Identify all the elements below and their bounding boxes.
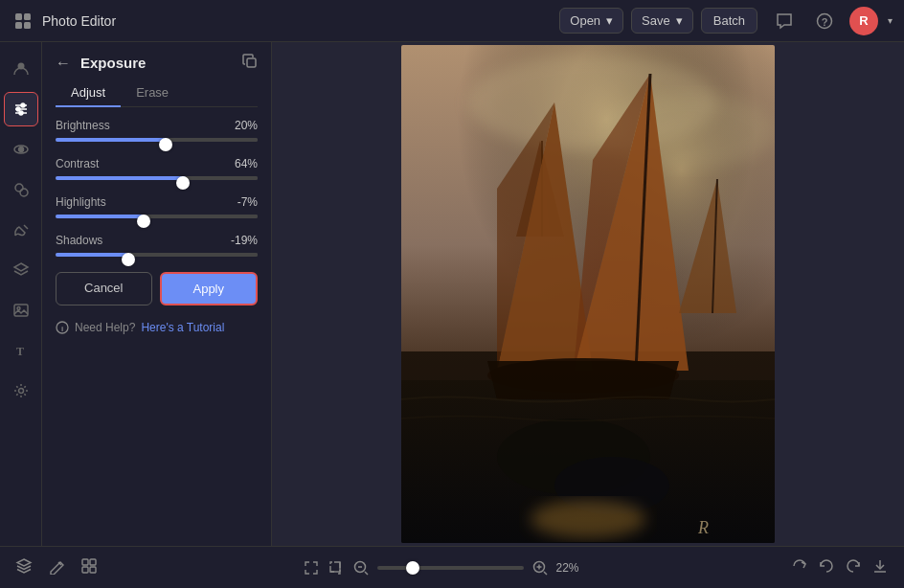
panel-copy-icon[interactable] [242,54,258,72]
redo-icon[interactable] [845,557,862,578]
topbar-right: ? R ▾ [769,6,893,36]
svg-point-10 [16,107,20,111]
nav-layers-icon[interactable] [4,253,38,287]
canvas-area: R [272,42,904,546]
shadows-label: Shadows [56,234,102,247]
svg-text:T: T [16,345,24,358]
left-nav: T [0,42,42,546]
svg-rect-19 [14,305,28,316]
help-text: Need Help? [75,321,135,334]
svg-rect-53 [90,567,96,573]
svg-point-48 [531,500,645,538]
action-buttons: Cancel Apply [42,257,271,321]
highlights-label: Highlights [56,195,106,209]
layers-bottom-icon[interactable] [15,557,33,578]
panel-header: ← Exposure [42,42,271,79]
avatar-chevron-icon[interactable]: ▾ [888,15,893,26]
app-icon [11,10,34,33]
zoom-level: 22% [556,561,587,575]
svg-text:i: i [61,325,63,333]
nav-text-icon[interactable]: T [4,333,38,368]
help-icon-button[interactable]: ? [809,6,840,36]
brightness-value: 20% [235,119,258,132]
svg-marker-49 [17,559,31,566]
chevron-down-icon: ▾ [606,13,613,28]
exposure-panel: ← Exposure Adjust Erase Brightness 20% [42,42,272,546]
save-button[interactable]: Save ▾ [631,8,693,34]
bottom-left [15,557,98,578]
svg-point-12 [19,111,23,115]
highlights-slider-row: Highlights -7% [56,195,258,218]
crop-button[interactable] [328,556,345,579]
tab-adjust[interactable]: Adjust [56,79,121,107]
back-button[interactable]: ← [56,55,71,72]
svg-point-16 [20,189,28,196]
topbar-left: Photo Editor [11,10,548,33]
fit-view-button[interactable] [303,556,320,579]
nav-profile-icon[interactable] [4,52,38,86]
contrast-slider-row: Contrast 64% [56,157,258,180]
open-button[interactable]: Open ▾ [559,8,623,34]
svg-marker-18 [14,263,28,271]
painting: R [401,45,775,543]
highlights-value: -7% [237,195,258,209]
topbar-center: Open ▾ Save ▾ Batch [559,8,757,34]
contrast-label: Contrast [56,157,99,170]
svg-rect-52 [82,567,88,573]
grid-bottom-icon[interactable] [80,557,98,578]
svg-line-58 [365,572,368,575]
svg-text:R: R [697,518,709,537]
painting-svg: R [401,45,775,543]
cancel-button[interactable]: Cancel [56,272,152,305]
svg-rect-1 [24,13,31,20]
topbar: Photo Editor Open ▾ Save ▾ Batch ? R [0,0,904,42]
svg-rect-3 [24,22,31,29]
svg-rect-0 [15,13,22,20]
svg-marker-44 [487,361,679,399]
nav-brush-icon[interactable] [4,213,38,247]
highlights-slider[interactable] [56,215,258,218]
contrast-slider[interactable] [56,176,258,180]
download-icon[interactable] [871,557,889,578]
nav-eye-icon[interactable] [4,132,38,167]
edit-bottom-icon[interactable] [48,557,65,578]
svg-line-62 [544,572,547,575]
app-title: Photo Editor [42,13,116,29]
brightness-slider[interactable] [56,138,258,142]
panel-title: Exposure [80,55,233,71]
help-link[interactable]: Here's a Tutorial [141,321,224,334]
nav-settings-icon[interactable] [4,373,38,408]
nav-effects-icon[interactable] [4,172,38,207]
refresh-icon[interactable] [791,557,808,578]
bottom-right [791,557,889,578]
contrast-value: 64% [235,157,258,170]
svg-rect-50 [82,559,88,565]
batch-button[interactable]: Batch [701,8,757,34]
chat-icon-button[interactable] [769,6,800,36]
svg-point-22 [18,389,23,394]
chevron-down-icon: ▾ [676,13,683,28]
shadows-slider-row: Shadows -19% [56,234,258,257]
help-row: i Need Help? Here's a Tutorial [42,321,271,346]
brightness-slider-row: Brightness 20% [56,119,258,142]
apply-button[interactable]: Apply [160,272,259,305]
bottombar: 22% [0,546,904,588]
svg-line-17 [24,225,28,229]
svg-point-20 [17,307,20,310]
tab-erase[interactable]: Erase [121,79,184,107]
brightness-label: Brightness [56,119,110,132]
panel-tabs: Adjust Erase [56,79,258,107]
zoom-out-button[interactable] [352,556,370,579]
nav-adjustments-icon[interactable] [4,92,38,126]
svg-point-14 [18,147,23,152]
svg-text:?: ? [822,15,828,27]
zoom-in-button[interactable] [531,556,549,579]
svg-point-15 [15,184,23,192]
svg-rect-23 [247,58,256,67]
undo-icon[interactable] [818,557,835,578]
svg-rect-51 [90,559,96,565]
main-area: T ← Exposure Adjust Erase [0,42,904,546]
nav-image-icon[interactable] [4,293,38,328]
avatar[interactable]: R [849,7,878,35]
zoom-slider[interactable] [377,566,524,570]
